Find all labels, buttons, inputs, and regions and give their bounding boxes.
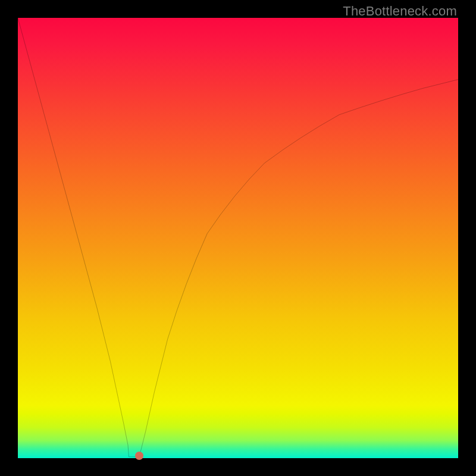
minimum-marker-dot xyxy=(135,452,143,460)
curve-right-branch xyxy=(139,80,459,458)
bottleneck-curve xyxy=(18,18,458,458)
plot-area xyxy=(18,18,458,458)
watermark-text: TheBottleneck.com xyxy=(343,4,457,19)
curve-left-branch xyxy=(18,18,137,457)
chart-frame: TheBottleneck.com xyxy=(0,0,476,476)
